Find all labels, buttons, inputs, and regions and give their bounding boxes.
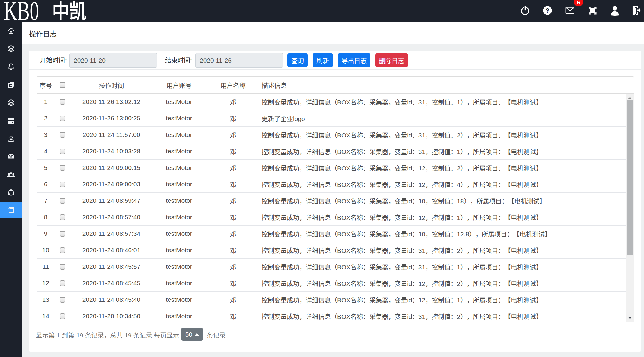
svg-text:?: ? [545,7,550,14]
